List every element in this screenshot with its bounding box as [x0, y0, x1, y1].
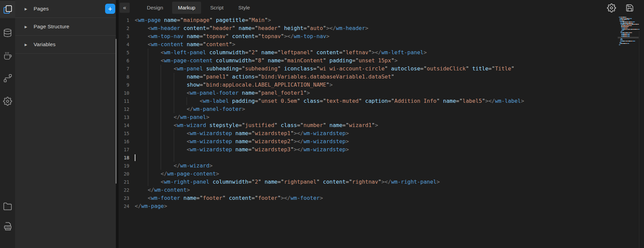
code-line[interactable]: 22 </wm-content>: [119, 186, 644, 194]
code-line[interactable]: 17 <wm-wizardstep name="wizardstep3"></w…: [119, 146, 644, 154]
indent-guide: [174, 81, 174, 89]
code-line[interactable]: 6 <wm-page-content columnwidth="8" name=…: [119, 57, 644, 65]
line-content: name="panel1" actions="bind:Variables.da…: [135, 73, 394, 81]
rail-item-pages[interactable]: [0, 1, 15, 18]
indent-guide: [161, 97, 161, 105]
indent-guide: [148, 105, 148, 113]
rail-item-logs[interactable]: LOG: [0, 218, 15, 235]
app-window: LOG ▶Pages+▶Page Structure▶Variables « D…: [0, 0, 644, 248]
minimap-line: [619, 35, 630, 35]
line-content: <wm-wizardstep name="wizardstep1"></wm-w…: [135, 129, 349, 137]
line-number: 1: [119, 16, 129, 24]
indent-guide: [161, 113, 161, 121]
code-line[interactable]: 1<wm-page name="mainpage" pagetitle="Mai…: [119, 16, 644, 24]
code-line[interactable]: 18: [119, 154, 644, 162]
code-line[interactable]: 21 <wm-right-panel columnwidth="2" name=…: [119, 178, 644, 186]
indent-guide: [161, 73, 161, 81]
sidebar-section-pages[interactable]: ▶Pages+: [15, 0, 116, 18]
line-number: 9: [119, 81, 129, 89]
indent-guide: [148, 129, 148, 137]
line-number: 7: [119, 65, 129, 73]
code-line[interactable]: 3 <wm-top-nav name="topnav" content="top…: [119, 32, 644, 40]
indent-guide: [174, 146, 174, 154]
minimap[interactable]: [619, 17, 638, 98]
minimap-line: [619, 41, 635, 41]
panel-scrollbar-thumb[interactable]: [116, 39, 117, 184]
collapse-panel-button[interactable]: «: [120, 3, 130, 13]
indent-guide: [161, 146, 161, 154]
code-line[interactable]: 10 <wm-panel-footer name="panel_footer1"…: [119, 89, 644, 97]
rail-item-files[interactable]: [0, 197, 15, 215]
indent-guide: [187, 97, 187, 105]
settings-button[interactable]: [606, 3, 616, 13]
code-line[interactable]: 16 <wm-wizardstep name="wizardstep2"></w…: [119, 137, 644, 146]
rail-item-java-services[interactable]: [0, 47, 15, 65]
settings-icon: [3, 97, 12, 106]
minimap-line: [619, 43, 629, 44]
code-line[interactable]: 13 </wm-panel>: [119, 113, 644, 121]
add-page-button[interactable]: +: [105, 4, 115, 14]
indent-guide: [161, 154, 161, 162]
minimap-line: [619, 24, 639, 25]
code-line[interactable]: 7 <wm-panel subheading="subheading" icon…: [119, 65, 644, 73]
sidebar-section-label: Page Structure: [34, 24, 69, 30]
pages-icon: [3, 4, 13, 14]
indent-guide: [148, 146, 148, 154]
tab-markup[interactable]: Markup: [172, 2, 201, 14]
code-line[interactable]: 14 <wm-wizard stepstyle="justified" clas…: [119, 121, 644, 129]
code-line[interactable]: 5 <wm-left-panel columnwidth="2" name="l…: [119, 49, 644, 57]
tab-design[interactable]: Design: [141, 2, 169, 14]
logs-icon: LOG: [3, 222, 12, 231]
indent-guide: [148, 154, 148, 162]
minimap-line: [619, 42, 621, 43]
tab-script[interactable]: Script: [204, 2, 229, 14]
save-button[interactable]: [624, 3, 635, 13]
code-line[interactable]: 8 name="panel1" actions="bind:Variables.…: [119, 73, 644, 81]
indent-guide: [148, 89, 148, 97]
line-number: 16: [119, 137, 129, 146]
rail-item-settings[interactable]: [0, 92, 15, 110]
sidebar-section-label: Pages: [34, 6, 49, 12]
line-content: <wm-content name="content">: [135, 40, 235, 49]
line-content: </wm-panel-footer>: [135, 105, 245, 113]
code-line[interactable]: 4 <wm-content name="content">: [119, 40, 644, 49]
tab-style[interactable]: Style: [233, 2, 256, 14]
code-line[interactable]: 9 show="bind:appLocale.LABEL_APPLICATION…: [119, 81, 644, 89]
text-cursor: [135, 154, 135, 161]
sidebar-section-variables[interactable]: ▶Variables: [15, 36, 116, 54]
indent-guide: [161, 162, 161, 170]
minimap-line: [619, 29, 640, 30]
rail-item-database[interactable]: [0, 24, 15, 41]
minimap-line: [619, 26, 629, 27]
orchestration-icon: [3, 74, 12, 83]
code-line[interactable]: 12 </wm-panel-footer>: [119, 105, 644, 113]
minimap-line: [619, 23, 633, 24]
indent-guide: [174, 73, 174, 81]
minimap-line: [619, 25, 632, 26]
indent-guide: [148, 137, 148, 146]
gear-icon: [607, 3, 616, 12]
line-content: <wm-panel subheading="subheading" iconcl…: [135, 65, 514, 73]
code-line[interactable]: 2 <wm-header content="header" name="head…: [119, 24, 644, 32]
line-content: </wm-wizard>: [135, 162, 213, 170]
code-line[interactable]: 15 <wm-wizardstep name="wizardstep1"></w…: [119, 129, 644, 137]
code-line[interactable]: 23 <wm-footer name="footer" content="foo…: [119, 194, 644, 202]
code-editor[interactable]: 1<wm-page name="mainpage" pagetitle="Mai…: [119, 16, 644, 248]
line-content: <wm-wizardstep name="wizardstep2"></wm-w…: [135, 137, 349, 146]
code-line[interactable]: 11 <wm-label padding="unset 0.5em" class…: [119, 97, 644, 105]
indent-guide: [148, 113, 148, 121]
line-number: 22: [119, 186, 129, 194]
indent-guide: [148, 170, 148, 178]
code-line[interactable]: 19 </wm-wizard>: [119, 162, 644, 170]
indent-guide: [174, 105, 174, 113]
rail-item-orchestration[interactable]: [0, 69, 15, 87]
line-content: </wm-page>: [135, 202, 167, 210]
line-number: 10: [119, 89, 129, 97]
code-line[interactable]: 24</wm-page>: [119, 202, 644, 210]
line-number: 20: [119, 170, 129, 178]
sidebar-section-page-structure[interactable]: ▶Page Structure: [15, 18, 116, 36]
indent-guide: [148, 49, 148, 57]
line-content: <wm-page-content columnwidth="8" name="m…: [135, 57, 397, 65]
code-line[interactable]: 20 </wm-page-content>: [119, 170, 644, 178]
line-content: <wm-label padding="unset 0.5em" class="t…: [135, 97, 524, 105]
